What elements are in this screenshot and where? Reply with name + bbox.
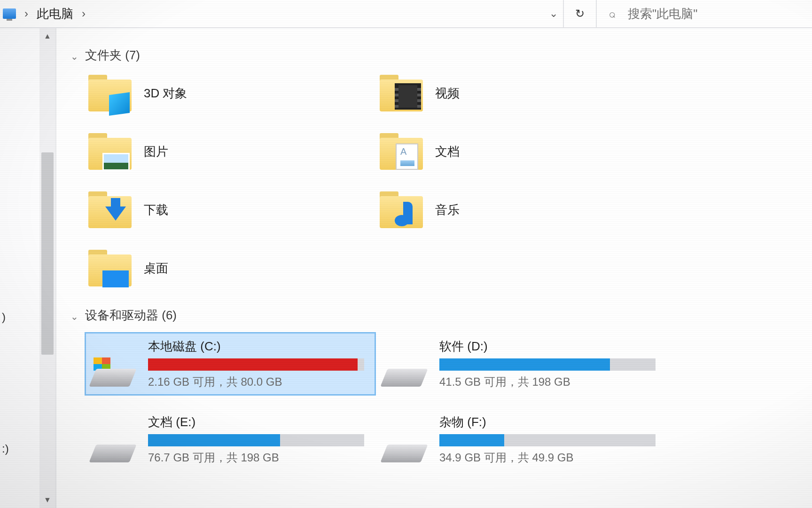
folder-icon (88, 133, 132, 170)
folder-icon (380, 191, 423, 228)
drive-status: 76.7 GB 可用，共 198 GB (148, 450, 367, 465)
drive-icon (382, 430, 427, 465)
sidebar-scrollbar[interactable]: ▲ ▼ (39, 28, 55, 508)
scroll-thumb[interactable] (41, 152, 54, 355)
navigation-pane[interactable]: ) :) ▲ ▼ (0, 28, 56, 508)
capacity-fill (439, 358, 610, 371)
scroll-up-icon[interactable]: ▲ (39, 28, 55, 44)
capacity-bar (148, 358, 364, 371)
address-history-dropdown[interactable]: ⌄ (544, 8, 563, 20)
folder-item-downloads[interactable]: 下载 (85, 189, 376, 231)
folder-item-desktop[interactable]: 桌面 (85, 247, 376, 289)
drive-icon (382, 355, 427, 389)
drive-status: 41.5 GB 可用，共 198 GB (439, 374, 658, 389)
sidebar-fragment: :) (2, 442, 9, 455)
drive-item[interactable]: 杂物 (F:)34.9 GB 可用，共 49.9 GB (376, 408, 667, 471)
folders-grid: 3D 对象视频图片文档下载音乐桌面 (85, 72, 793, 289)
group-label: 设备和驱动器 (6) (85, 307, 177, 324)
search-placeholder: 搜索"此电脑" (628, 6, 697, 22)
group-label: 文件夹 (7) (85, 47, 140, 64)
drive-icon (91, 430, 136, 465)
drive-icon (91, 355, 136, 389)
drive-info: 杂物 (F:)34.9 GB 可用，共 49.9 GB (439, 414, 658, 465)
capacity-fill (148, 434, 280, 446)
capacity-bar (148, 434, 364, 446)
folder-label: 文档 (435, 143, 460, 160)
capacity-bar (439, 434, 656, 446)
folder-icon (88, 75, 132, 111)
folder-label: 视频 (435, 85, 460, 102)
breadcrumb-separator[interactable]: › (82, 7, 86, 20)
drives-grid: 本地磁盘 (C:)2.16 GB 可用，共 80.0 GB软件 (D:)41.5… (85, 332, 793, 471)
capacity-bar (439, 358, 656, 371)
drive-name: 文档 (E:) (148, 414, 367, 430)
drive-info: 本地磁盘 (C:)2.16 GB 可用，共 80.0 GB (148, 338, 367, 389)
folder-label: 音乐 (435, 202, 460, 218)
pc-icon (3, 8, 16, 19)
drive-item[interactable]: 软件 (D:)41.5 GB 可用，共 198 GB (376, 332, 667, 396)
chevron-down-icon: ⌄ (70, 51, 78, 62)
drive-status: 2.16 GB 可用，共 80.0 GB (148, 374, 367, 389)
folder-label: 桌面 (144, 260, 168, 277)
drive-item[interactable]: 本地磁盘 (C:)2.16 GB 可用，共 80.0 GB (85, 332, 376, 396)
folder-label: 图片 (144, 143, 168, 160)
folder-icon (380, 133, 423, 170)
drive-name: 本地磁盘 (C:) (148, 338, 367, 355)
drive-name: 软件 (D:) (439, 338, 658, 355)
folder-item-3d[interactable]: 3D 对象 (85, 72, 376, 114)
address-bar: › 此电脑 › ⌄ ↻ ⌕ 搜索"此电脑" (0, 0, 812, 28)
refresh-button[interactable]: ↻ (563, 0, 596, 27)
drive-info: 软件 (D:)41.5 GB 可用，共 198 GB (439, 338, 658, 389)
folder-item-documents[interactable]: 文档 (376, 130, 667, 173)
capacity-fill (148, 358, 358, 371)
drive-name: 杂物 (F:) (439, 414, 658, 430)
content-area: ⌄ 文件夹 (7) 3D 对象视频图片文档下载音乐桌面 ⌄ 设备和驱动器 (6)… (56, 28, 812, 508)
drive-status: 34.9 GB 可用，共 49.9 GB (439, 450, 658, 465)
folder-item-pictures[interactable]: 图片 (85, 130, 376, 173)
drive-info: 文档 (E:)76.7 GB 可用，共 198 GB (148, 414, 367, 465)
capacity-fill (439, 434, 504, 446)
folder-icon (88, 250, 132, 286)
folder-label: 下载 (144, 202, 168, 218)
drive-item[interactable]: 文档 (E:)76.7 GB 可用，共 198 GB (85, 408, 376, 471)
search-icon: ⌕ (609, 7, 616, 20)
group-header-drives[interactable]: ⌄ 设备和驱动器 (6) (70, 307, 793, 324)
group-header-folders[interactable]: ⌄ 文件夹 (7) (70, 47, 793, 64)
breadcrumb-location[interactable]: 此电脑 (37, 6, 73, 22)
folder-label: 3D 对象 (144, 85, 187, 102)
sidebar-fragment: ) (2, 310, 6, 324)
folder-item-music[interactable]: 音乐 (376, 189, 667, 231)
breadcrumb-separator: › (24, 7, 28, 20)
folder-item-video[interactable]: 视频 (376, 72, 667, 114)
search-input[interactable]: ⌕ 搜索"此电脑" (596, 0, 812, 27)
folder-icon (88, 191, 132, 228)
folder-icon (380, 75, 423, 111)
scroll-down-icon[interactable]: ▼ (39, 492, 55, 508)
chevron-down-icon: ⌄ (70, 311, 78, 322)
